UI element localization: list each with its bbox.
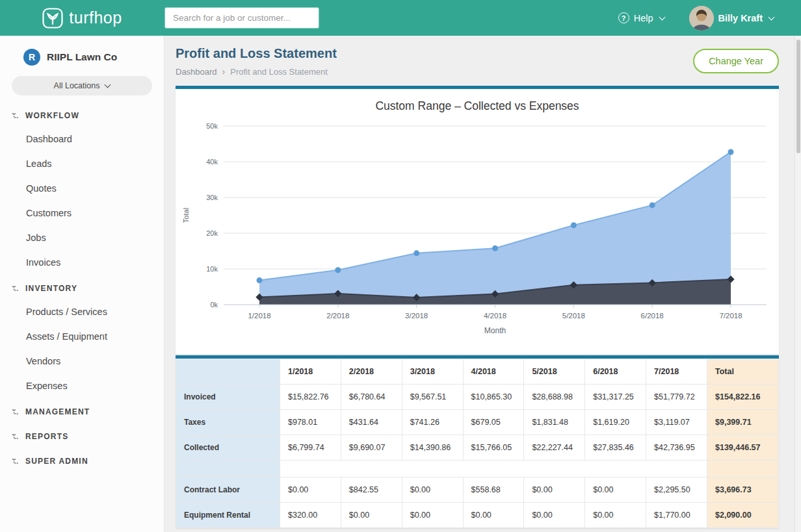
tree-branch-icon (12, 433, 20, 440)
help-menu[interactable]: ? Help (618, 12, 664, 23)
value-cell: $15,822.76 (280, 385, 341, 410)
table-row (176, 461, 779, 477)
row-label: Contract Labor (176, 477, 280, 503)
sidebar: R RIIPL Lawn Co All Locations WORKFLOWDa… (0, 36, 164, 532)
value-cell: $22,227.44 (524, 435, 585, 461)
total-cell (707, 461, 779, 477)
total-cell: $139,446.57 (707, 435, 779, 461)
svg-text:Month: Month (484, 326, 506, 335)
svg-text:0k: 0k (210, 301, 218, 309)
breadcrumb: Dashboard › Profit and Loss Statement (176, 66, 337, 77)
total-cell: $2,090.00 (707, 503, 779, 528)
tree-branch-icon (12, 112, 20, 120)
company-name: RIIPL Lawn Co (47, 51, 117, 63)
sidebar-section-label: SUPER ADMIN (25, 457, 88, 466)
sidebar-item-expenses[interactable]: Expenses (0, 374, 164, 398)
sidebar-section-reports[interactable]: REPORTS (0, 423, 164, 448)
pnl-table: 1/20182/20183/20184/20185/20186/20187/20… (176, 359, 779, 528)
tree-branch-icon (12, 408, 20, 416)
value-cell: $2,295.50 (646, 477, 707, 503)
value-cell: $1,619.20 (585, 410, 646, 435)
row-label: Taxes (176, 410, 280, 435)
svg-text:6/2018: 6/2018 (641, 312, 664, 320)
svg-text:3/2018: 3/2018 (405, 312, 428, 320)
sidebar-section-label: REPORTS (25, 432, 68, 441)
table-row: Contract Labor$0.00$842.55$0.00$558.68$0… (176, 477, 779, 503)
sidebar-section-super-admin[interactable]: SUPER ADMIN (0, 448, 164, 472)
column-header: 3/2018 (402, 359, 463, 385)
page-title: Profit and Loss Statement (176, 46, 337, 61)
svg-text:Total: Total (182, 208, 190, 223)
svg-text:7/2018: 7/2018 (719, 312, 742, 320)
value-cell: $0.00 (402, 477, 463, 503)
main-content: Profit and Loss Statement Dashboard › Pr… (165, 36, 794, 532)
user-menu[interactable]: Billy Kraft (689, 6, 774, 31)
value-cell: $842.55 (341, 477, 402, 503)
sidebar-item-assets-equipment[interactable]: Assets / Equipment (0, 324, 164, 349)
scrollbar-thumb[interactable] (796, 40, 800, 153)
table-row: Taxes$978.01$431.64$741.26$679.05$1,831.… (176, 410, 779, 435)
value-cell: $31,317.25 (585, 385, 646, 410)
chevron-down-icon (768, 14, 775, 20)
value-cell: $0.00 (463, 503, 524, 528)
value-cell: $558.68 (463, 477, 524, 503)
total-cell: $154,822.16 (707, 385, 779, 410)
value-cell (463, 461, 524, 477)
svg-text:10k: 10k (206, 265, 218, 273)
sidebar-section-inventory[interactable]: INVENTORY (0, 275, 164, 299)
value-cell: $741.26 (402, 410, 463, 435)
value-cell: $14,390.86 (402, 435, 463, 461)
value-cell: $28,688.98 (524, 385, 585, 410)
svg-text:50k: 50k (206, 122, 218, 130)
brand: turfhop (0, 8, 164, 29)
table-header-row: 1/20182/20183/20184/20185/20186/20187/20… (176, 359, 779, 385)
value-cell (402, 461, 463, 477)
table-row: Invoiced$15,822.76$6,780.64$9,567.51$10,… (176, 385, 779, 410)
svg-text:5/2018: 5/2018 (562, 312, 585, 320)
table-row: Equipment Rental$320.00$0.00$0.00$0.00$0… (176, 503, 779, 528)
svg-text:30k: 30k (206, 194, 218, 201)
value-cell: $9,567.51 (402, 385, 463, 410)
sidebar-item-leads[interactable]: Leads (0, 151, 164, 176)
sidebar-item-products-services[interactable]: Products / Services (0, 299, 164, 324)
column-header: 4/2018 (463, 359, 524, 385)
table-row: Collected$6,799.74$9,690.07$14,390.86$15… (176, 435, 779, 461)
value-cell: $0.00 (524, 477, 585, 503)
value-cell (341, 461, 402, 477)
sidebar-item-customers[interactable]: Customers (0, 201, 164, 225)
search-input[interactable] (164, 7, 319, 29)
value-cell (524, 461, 585, 477)
breadcrumb-separator-icon: › (222, 66, 226, 77)
chevron-down-icon (105, 82, 111, 88)
sidebar-section-label: INVENTORY (25, 284, 77, 293)
value-cell: $9,690.07 (341, 435, 402, 461)
value-cell: $6,799.74 (280, 435, 341, 461)
sidebar-item-invoices[interactable]: Invoices (0, 250, 164, 275)
breadcrumb-dashboard[interactable]: Dashboard (176, 67, 217, 77)
pnl-table-card: 1/20182/20183/20184/20185/20186/20187/20… (176, 355, 779, 528)
sidebar-item-dashboard[interactable]: Dashboard (0, 127, 164, 151)
column-header: 2/2018 (341, 359, 402, 385)
total-cell: $3,696.73 (707, 477, 779, 503)
sidebar-section-label: WORKFLOW (25, 111, 79, 120)
row-label: Invoiced (176, 385, 280, 410)
sidebar-section-workflow[interactable]: WORKFLOW (0, 102, 164, 127)
brand-name: turfhop (69, 8, 122, 27)
chevron-down-icon (659, 14, 665, 20)
svg-text:20k: 20k (206, 229, 218, 237)
page-scrollbar[interactable] (794, 36, 801, 532)
locations-label: All Locations (54, 81, 100, 90)
sidebar-item-quotes[interactable]: Quotes (0, 176, 164, 201)
sidebar-item-vendors[interactable]: Vendors (0, 349, 164, 374)
total-cell: $9,399.71 (707, 410, 779, 435)
change-year-button[interactable]: Change Year (693, 49, 779, 73)
svg-text:4/2018: 4/2018 (484, 312, 506, 320)
user-name: Billy Kraft (718, 13, 763, 23)
turfhop-logo-icon (42, 8, 63, 29)
locations-dropdown[interactable]: All Locations (12, 76, 152, 95)
company-selector[interactable]: R RIIPL Lawn Co (0, 36, 164, 75)
chart-card: Custom Range – Collected vs Expenses 0k1… (176, 86, 779, 354)
sidebar-section-management[interactable]: MANAGEMENT (0, 398, 164, 423)
company-logo: R (23, 49, 40, 66)
sidebar-item-jobs[interactable]: Jobs (0, 225, 164, 250)
